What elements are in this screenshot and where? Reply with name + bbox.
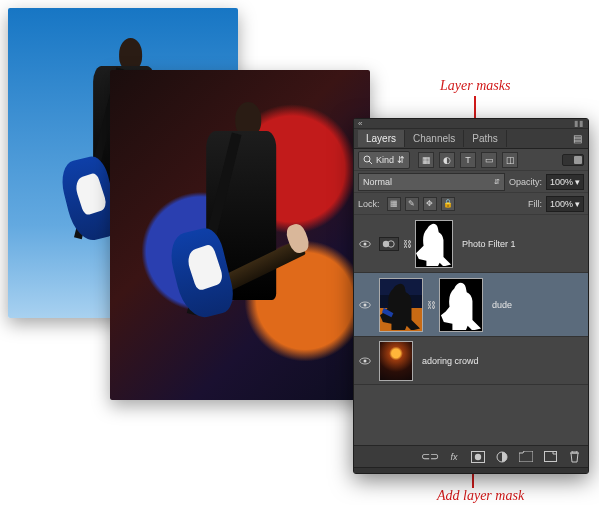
layer-mask-thumbnail[interactable] xyxy=(415,220,453,268)
search-icon xyxy=(363,155,373,165)
blend-row: Normal ⇵ Opacity: 100% ▾ xyxy=(354,171,588,193)
layer-name[interactable]: dude xyxy=(486,300,512,310)
layers-panel: « ▮▮ Layers Channels Paths ▤ Kind ⇵ ▦ ◐ … xyxy=(353,118,589,474)
annotation-add-layer-mask: Add layer mask xyxy=(437,488,524,504)
annotation-pointer xyxy=(474,96,476,120)
fill-value: 100% xyxy=(550,199,573,209)
panel-grip[interactable]: « ▮▮ xyxy=(354,119,588,129)
new-group-icon[interactable] xyxy=(518,449,534,465)
tab-channels[interactable]: Channels xyxy=(405,130,464,147)
add-layer-mask-icon[interactable] xyxy=(470,449,486,465)
link-layers-icon[interactable]: ⊂⊃ xyxy=(422,449,438,465)
mask-link-icon[interactable]: ⛓ xyxy=(426,298,436,312)
layer-row[interactable]: adoring crowd xyxy=(354,337,588,385)
blend-mode-dropdown[interactable]: Normal ⇵ xyxy=(358,173,505,191)
filter-kind-dropdown[interactable]: Kind ⇵ xyxy=(358,151,410,169)
filter-adjustment-icon[interactable]: ◐ xyxy=(439,152,455,168)
layer-mask-thumbnail[interactable] xyxy=(439,278,483,332)
filter-shape-icon[interactable]: ▭ xyxy=(481,152,497,168)
layer-list: ⛓ Photo Filter 1 xyxy=(354,215,588,445)
svg-point-3 xyxy=(364,242,367,245)
delete-layer-icon[interactable] xyxy=(566,449,582,465)
opacity-label: Opacity: xyxy=(509,177,542,187)
layer-name[interactable]: adoring crowd xyxy=(416,356,479,366)
annotation-layer-masks: Layer masks xyxy=(440,78,510,94)
annotation-pointer xyxy=(472,472,474,488)
lock-label: Lock: xyxy=(358,199,380,209)
chevron-down-icon: ▾ xyxy=(575,199,580,209)
chevron-down-icon: ▾ xyxy=(575,177,580,187)
lock-all-icon[interactable]: 🔒 xyxy=(441,197,455,211)
layer-row[interactable]: ⛓ dude xyxy=(354,273,588,337)
panel-tabs: Layers Channels Paths ▤ xyxy=(354,129,588,149)
lock-row: Lock: ▦ ✎ ✥ 🔒 Fill: 100% ▾ xyxy=(354,193,588,215)
layer-thumbnail[interactable] xyxy=(379,341,413,381)
new-layer-icon[interactable] xyxy=(542,449,558,465)
visibility-eye-icon[interactable] xyxy=(359,299,371,311)
lock-position-icon[interactable]: ✥ xyxy=(423,197,437,211)
svg-rect-15 xyxy=(544,452,556,462)
layers-panel-footer: ⊂⊃ fx xyxy=(354,445,588,467)
visibility-eye-icon[interactable] xyxy=(359,238,371,250)
filter-row: Kind ⇵ ▦ ◐ T ▭ ◫ xyxy=(354,149,588,171)
chevron-updown-icon: ⇵ xyxy=(494,178,500,186)
filter-kind-label: Kind xyxy=(376,155,394,165)
chevron-updown-icon: ⇵ xyxy=(397,155,405,165)
svg-point-11 xyxy=(364,359,367,362)
tab-layers[interactable]: Layers xyxy=(358,130,405,147)
filter-pixel-icon[interactable]: ▦ xyxy=(418,152,434,168)
lock-pixels-icon[interactable]: ✎ xyxy=(405,197,419,211)
svg-line-1 xyxy=(369,161,372,164)
panel-menu-icon[interactable]: ▤ xyxy=(567,130,588,147)
svg-point-8 xyxy=(364,303,367,306)
opacity-value: 100% xyxy=(550,177,573,187)
layer-thumbnail[interactable] xyxy=(379,278,423,332)
filter-smartobj-icon[interactable]: ◫ xyxy=(502,152,518,168)
panel-handle[interactable]: ▮▮ xyxy=(574,119,584,128)
blend-mode-value: Normal xyxy=(363,177,392,187)
layer-name[interactable]: Photo Filter 1 xyxy=(456,239,516,249)
filter-type-icon[interactable]: T xyxy=(460,152,476,168)
fill-field[interactable]: 100% ▾ xyxy=(546,196,584,212)
visibility-eye-icon[interactable] xyxy=(359,355,371,367)
panel-resize-handle[interactable] xyxy=(354,467,588,473)
layer-fx-icon[interactable]: fx xyxy=(446,449,462,465)
fill-label: Fill: xyxy=(528,199,542,209)
preview-composited xyxy=(110,70,370,400)
tab-paths[interactable]: Paths xyxy=(464,130,507,147)
svg-point-13 xyxy=(475,453,481,459)
layer-row[interactable]: ⛓ Photo Filter 1 xyxy=(354,215,588,273)
filter-toggle[interactable] xyxy=(562,154,584,166)
new-adjustment-layer-icon[interactable] xyxy=(494,449,510,465)
mask-link-icon[interactable]: ⛓ xyxy=(402,237,412,251)
adjustment-layer-icon xyxy=(379,237,399,251)
collapse-icon[interactable]: « xyxy=(358,119,362,128)
opacity-field[interactable]: 100% ▾ xyxy=(546,174,584,190)
lock-transparent-icon[interactable]: ▦ xyxy=(387,197,401,211)
